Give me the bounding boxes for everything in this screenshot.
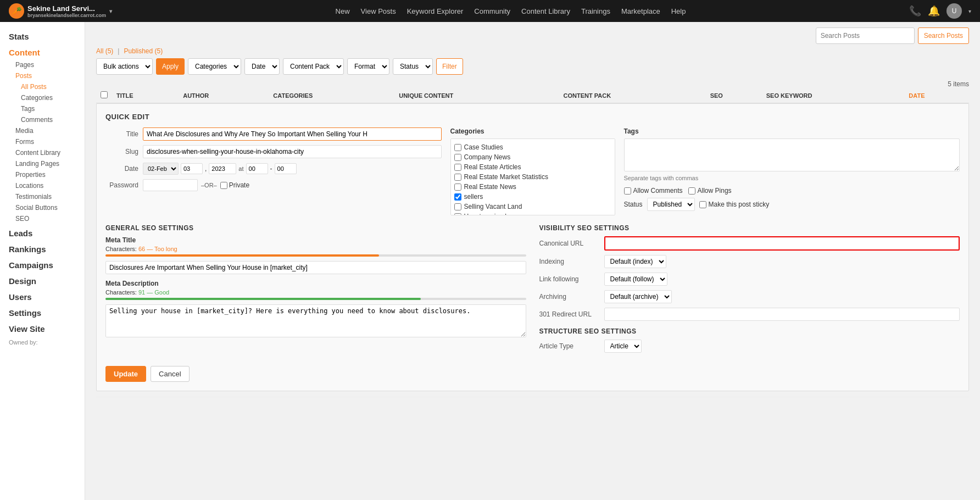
- nav-community[interactable]: Community: [474, 7, 510, 15]
- cat-company-news-checkbox[interactable]: [454, 154, 461, 161]
- status-dropdown[interactable]: Published: [647, 198, 695, 211]
- nav-view-posts[interactable]: View Posts: [361, 7, 396, 15]
- sidebar-locations[interactable]: Locations: [0, 180, 85, 191]
- date-day-input[interactable]: [181, 163, 203, 174]
- redirect-url-input[interactable]: [604, 308, 960, 321]
- brand-dropdown-icon[interactable]: ▾: [109, 8, 112, 14]
- bulk-actions-select[interactable]: Bulk actions: [96, 58, 153, 75]
- cat-case-studies-checkbox[interactable]: [454, 144, 461, 151]
- filter-links: All (5) | Published (5): [96, 47, 969, 55]
- structure-seo-header: STRUCTURE SEO SETTINGS: [539, 327, 960, 335]
- date-hour-input[interactable]: [246, 163, 268, 174]
- phone-icon[interactable]: 📞: [909, 5, 921, 17]
- sidebar-users[interactable]: Users: [0, 288, 85, 304]
- article-type-select[interactable]: Article: [604, 340, 642, 353]
- date-year-input[interactable]: [209, 163, 236, 174]
- sidebar-design[interactable]: Design: [0, 272, 85, 288]
- sidebar-campaigns[interactable]: Campaigns: [0, 256, 85, 272]
- nav-help[interactable]: Help: [671, 7, 686, 15]
- date-month-select[interactable]: 02-Feb: [143, 163, 179, 175]
- cat-case-studies: Case Studies: [454, 142, 611, 152]
- title-input[interactable]: [143, 127, 442, 141]
- allow-comments-checkbox[interactable]: [624, 187, 631, 195]
- sidebar-media[interactable]: Media: [0, 125, 85, 136]
- meta-title-label: Meta Title: [105, 236, 526, 244]
- user-avatar[interactable]: U: [946, 3, 962, 19]
- top-nav-right: 📞 🔔 U ▾: [909, 3, 971, 19]
- sidebar-leads[interactable]: Leads: [0, 224, 85, 240]
- allow-comments-text: Allow Comments: [633, 187, 683, 195]
- col-seo: SEO: [706, 88, 762, 103]
- allow-pings-checkbox[interactable]: [688, 187, 695, 195]
- date-min-input[interactable]: [275, 163, 297, 174]
- sidebar-pages[interactable]: Pages: [0, 59, 85, 70]
- brand-logo[interactable]: 🥕 Sekine Land Servi... bryansekinelandse…: [9, 3, 112, 19]
- slug-row: Slug: [105, 145, 442, 158]
- private-checkbox[interactable]: [220, 182, 227, 189]
- meta-title-input[interactable]: [105, 261, 526, 274]
- sticky-checkbox[interactable]: [699, 201, 706, 208]
- archiving-select[interactable]: Default (archive): [604, 290, 672, 303]
- nav-content-library[interactable]: Content Library: [521, 7, 570, 15]
- sidebar-rankings[interactable]: Rankings: [0, 240, 85, 256]
- date-select[interactable]: Date: [244, 58, 280, 75]
- indexing-select[interactable]: Default (index): [604, 255, 666, 268]
- private-checkbox-label: Private: [220, 181, 249, 189]
- select-all-checkbox[interactable]: [101, 91, 108, 98]
- filter-published-link[interactable]: Published (5): [124, 47, 163, 55]
- format-select[interactable]: Format: [347, 58, 389, 75]
- sidebar-forms[interactable]: Forms: [0, 136, 85, 147]
- content-pack-select[interactable]: Content Pack: [283, 58, 344, 75]
- sidebar-content-library[interactable]: Content Library: [0, 147, 85, 158]
- nav-keyword-explorer[interactable]: Keyword Explorer: [407, 7, 464, 15]
- cat-uncategorized-checkbox[interactable]: [454, 213, 461, 216]
- meta-description-chars: Characters: 91 — Good: [105, 289, 526, 296]
- nav-new[interactable]: New: [336, 7, 350, 15]
- meta-description-progress-wrap: [105, 298, 526, 300]
- nav-trainings[interactable]: Trainings: [581, 7, 610, 15]
- nav-marketplace[interactable]: Marketplace: [621, 7, 660, 15]
- sidebar-testimonials[interactable]: Testimonials: [0, 191, 85, 202]
- sidebar-comments[interactable]: Comments: [0, 114, 85, 125]
- sidebar-settings[interactable]: Settings: [0, 304, 85, 320]
- cancel-button[interactable]: Cancel: [151, 366, 189, 382]
- password-input[interactable]: [143, 179, 198, 191]
- search-posts-button[interactable]: Search Posts: [918, 27, 969, 44]
- search-posts-input[interactable]: [816, 27, 915, 44]
- cat-real-estate-articles-checkbox[interactable]: [454, 164, 461, 171]
- sidebar-seo[interactable]: SEO: [0, 213, 85, 224]
- sidebar-social-buttons[interactable]: Social Buttons: [0, 202, 85, 213]
- filter-button[interactable]: Filter: [436, 58, 463, 75]
- date-comma: ,: [205, 165, 207, 173]
- link-following-select[interactable]: Default (follow): [604, 273, 667, 286]
- categories-select[interactable]: Categories: [188, 58, 241, 75]
- canonical-url-label: Canonical URL: [539, 240, 600, 247]
- status-select[interactable]: Status: [393, 58, 433, 75]
- sidebar-content[interactable]: Content: [0, 43, 85, 59]
- filter-all-link[interactable]: All (5): [96, 47, 113, 55]
- update-button[interactable]: Update: [105, 366, 146, 382]
- cat-real-estate-market-stats-checkbox[interactable]: [454, 174, 461, 181]
- sidebar-landing-pages[interactable]: Landing Pages: [0, 158, 85, 169]
- tags-textarea[interactable]: [624, 138, 960, 171]
- slug-input[interactable]: [143, 145, 442, 158]
- meta-description-textarea[interactable]: Selling your house in [market_city]? Her…: [105, 304, 526, 337]
- col-content-pack: CONTENT PACK: [559, 88, 706, 103]
- sidebar-categories[interactable]: Categories: [0, 92, 85, 103]
- sidebar-posts[interactable]: Posts: [0, 70, 85, 81]
- date-inputs: 02-Feb , at -: [143, 163, 297, 175]
- meta-title-progress-wrap: [105, 254, 526, 257]
- cat-sellers-checkbox[interactable]: [454, 193, 461, 201]
- sidebar-stats[interactable]: Stats: [0, 27, 85, 43]
- cat-selling-vacant-land-checkbox[interactable]: [454, 203, 461, 210]
- canonical-url-input[interactable]: [604, 236, 960, 251]
- sidebar-properties[interactable]: Properties: [0, 169, 85, 180]
- sidebar-view-site[interactable]: View Site: [0, 320, 85, 336]
- cat-real-estate-news-checkbox[interactable]: [454, 184, 461, 191]
- or-label: –OR–: [201, 182, 217, 188]
- user-dropdown-icon[interactable]: ▾: [968, 8, 971, 14]
- bell-icon[interactable]: 🔔: [928, 5, 940, 17]
- sidebar-all-posts[interactable]: All Posts: [0, 81, 85, 92]
- sidebar-tags[interactable]: Tags: [0, 103, 85, 114]
- apply-button[interactable]: Apply: [156, 58, 185, 75]
